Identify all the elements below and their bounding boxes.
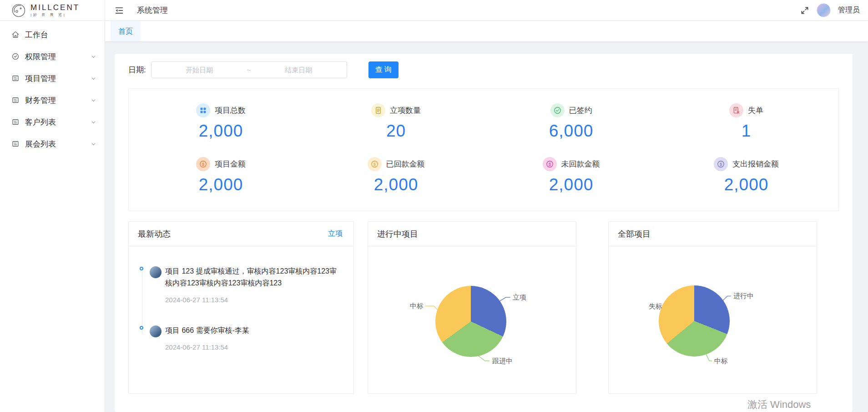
- chevron-down-icon: [91, 141, 96, 147]
- coin-icon: $: [196, 157, 210, 171]
- coin-icon: $: [368, 157, 382, 171]
- timeline-dot-icon: [140, 326, 143, 330]
- search-button[interactable]: 查 询: [368, 61, 399, 78]
- panel-title: 全部项目: [618, 229, 651, 239]
- tab-home[interactable]: 首页: [111, 21, 141, 41]
- stat-value: 2,000: [374, 175, 419, 194]
- stat-unreceived-amount: $ 未回款金额 2,000: [484, 157, 659, 194]
- sidebar-item-finance[interactable]: 财务管理: [0, 89, 105, 111]
- stat-label: 失单: [748, 105, 763, 116]
- sidebar-item-projects[interactable]: 项目管理: [0, 67, 105, 89]
- stat-received-amount: $ 已回款金额 2,000: [308, 157, 484, 194]
- sidebar-item-label: 客户列表: [25, 117, 56, 127]
- stat-value: 20: [386, 122, 406, 141]
- stats-panel: 项目总数 2,000 立项数量 20: [128, 88, 839, 211]
- all-projects-panel: 全部项目 进行中 失标 中标: [608, 221, 817, 394]
- sidebar: MILLCENT |妙 辰 展 览| 工作台 权限管理: [0, 0, 105, 412]
- activity-item: 项目 123 提成审核通过，审核内容123审核内容123审核内容123审核内容1…: [139, 265, 343, 304]
- stat-label: 项目总数: [215, 105, 246, 116]
- stat-label: 支出报销金额: [732, 159, 779, 169]
- date-filter-label: 日期:: [128, 65, 146, 75]
- svg-text:$: $: [202, 162, 205, 167]
- stat-value: 2,000: [549, 175, 594, 194]
- pie-label: 中标: [714, 357, 728, 365]
- svg-text:$: $: [548, 162, 551, 167]
- sidebar-item-customers[interactable]: 客户列表: [0, 111, 105, 133]
- user-name[interactable]: 管理员: [838, 5, 860, 15]
- fullscreen-icon[interactable]: [800, 6, 809, 15]
- stat-initiated-count: 立项数量 20: [308, 103, 484, 141]
- breadcrumb: 系统管理: [137, 5, 168, 15]
- fold-sidebar-icon[interactable]: [114, 5, 124, 15]
- header-actions: 管理员: [800, 3, 863, 17]
- chevron-down-icon: [91, 76, 96, 81]
- all-projects-chart: 进行中 失标 中标: [609, 246, 817, 394]
- activity-timeline: 项目 123 提成审核通过，审核内容123审核内容123审核内容123审核内容1…: [129, 246, 353, 394]
- stat-label: 已回款金额: [386, 159, 425, 169]
- ongoing-projects-panel: 进行中项目 立项 中标 跟进中: [368, 221, 576, 394]
- timeline-dot-icon: [140, 267, 143, 270]
- user-avatar[interactable]: [817, 3, 831, 17]
- sidebar-item-label: 展会列表: [25, 139, 56, 149]
- panel-title: 最新动态: [138, 229, 171, 239]
- svg-text:$: $: [373, 162, 376, 167]
- stat-value: 1: [742, 122, 752, 141]
- app-window-icon: [11, 74, 20, 82]
- activity-timestamp: 2024-06-27 11:13:54: [165, 343, 343, 351]
- stat-value: 2,000: [199, 122, 243, 141]
- end-date-input[interactable]: [253, 66, 344, 74]
- sidebar-item-label: 财务管理: [25, 95, 56, 106]
- sidebar-item-label: 权限管理: [25, 51, 56, 62]
- ongoing-projects-chart: 立项 中标 跟进中: [368, 246, 576, 394]
- svg-text:$: $: [720, 162, 722, 167]
- sidebar-nav: 工作台 权限管理 项目管理 财务管理: [0, 21, 105, 155]
- pie-label: 跟进中: [492, 357, 513, 365]
- main-column: 系统管理 管理员 首页 日期: ~: [105, 0, 868, 412]
- activity-item: 项目 666 需要你审核-李某 2024-06-27 11:13:54: [139, 325, 343, 351]
- coin-icon: $: [714, 157, 728, 171]
- stat-value: 2,000: [199, 175, 243, 194]
- bottom-panels: 最新动态 立项 项目 123 提成审核通过，审核内容123审核内容123审核内容…: [128, 221, 839, 394]
- app-window-icon: [11, 140, 20, 148]
- brand-logo: MILLCENT |妙 辰 展 览|: [0, 0, 105, 21]
- initiate-project-link[interactable]: 立项: [328, 229, 343, 239]
- date-range-separator: ~: [245, 66, 253, 74]
- activity-avatar: [150, 266, 161, 278]
- stat-lost-orders: 失单 1: [659, 103, 834, 141]
- activity-text: 项目 123 提成审核通过，审核内容123审核内容123审核内容123审核内容1…: [165, 265, 343, 289]
- activity-avatar: [150, 326, 161, 337]
- pie-label: 失标: [649, 303, 662, 310]
- stat-project-amount: $ 项目金额 2,000: [133, 157, 308, 194]
- chevron-down-icon: [91, 97, 96, 103]
- pie-chart[interactable]: [659, 285, 730, 356]
- date-filter-row: 日期: ~ 查 询: [128, 61, 839, 78]
- stat-label: 立项数量: [390, 105, 421, 116]
- stat-label: 项目金额: [215, 159, 246, 169]
- chevron-down-icon: [91, 54, 96, 60]
- document-x-icon: [729, 103, 743, 117]
- pie-label: 立项: [513, 294, 526, 301]
- dashboard-card: 日期: ~ 查 询 项目总数: [115, 54, 853, 412]
- latest-activity-panel: 最新动态 立项 项目 123 提成审核通过，审核内容123审核内容123审核内容…: [128, 221, 354, 394]
- start-date-input[interactable]: [154, 66, 245, 74]
- sidebar-item-permissions[interactable]: 权限管理: [0, 46, 105, 67]
- stat-label: 已签约: [569, 105, 592, 116]
- stat-signed: 已签约 6,000: [484, 103, 659, 141]
- stat-expense-amount: $ 支出报销金额 2,000: [659, 157, 834, 194]
- activity-text: 项目 666 需要你审核-李某: [165, 325, 343, 336]
- app-window-icon: [11, 96, 20, 104]
- pie-label: 中标: [410, 302, 424, 310]
- panel-title: 进行中项目: [377, 229, 418, 239]
- pie-chart[interactable]: [435, 286, 506, 357]
- badge-check-icon: [11, 52, 20, 61]
- sidebar-item-exhibitions[interactable]: 展会列表: [0, 133, 105, 155]
- brand-name: MILLCENT: [30, 3, 80, 12]
- sidebar-item-workbench[interactable]: 工作台: [0, 24, 105, 46]
- top-header: 系统管理 管理员: [105, 0, 868, 21]
- shield-check-icon: [550, 103, 565, 117]
- pie-label: 进行中: [733, 292, 754, 300]
- sidebar-item-label: 工作台: [25, 30, 48, 40]
- date-range-picker[interactable]: ~: [151, 61, 347, 78]
- brand-subtitle: |妙 辰 展 览|: [30, 13, 80, 17]
- home-icon: [11, 31, 20, 39]
